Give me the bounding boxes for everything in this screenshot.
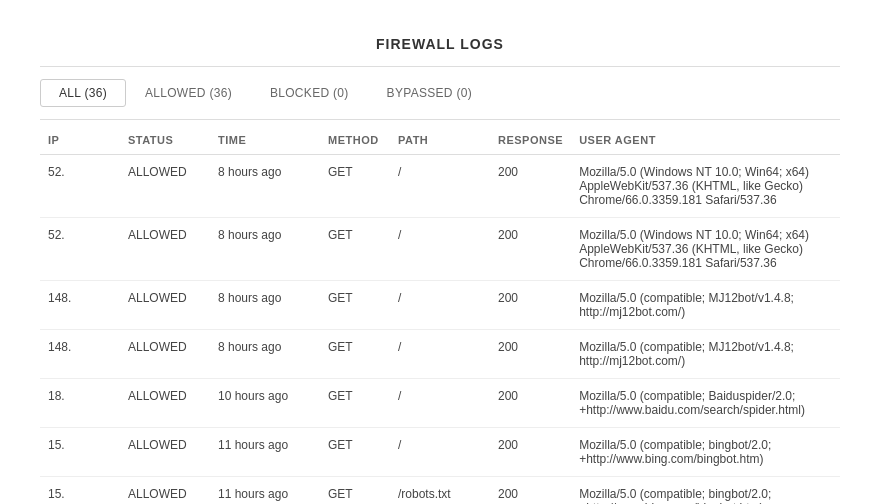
table-row: 52.ALLOWED8 hours agoGET/200Mozilla/5.0 … bbox=[40, 155, 840, 218]
col-header-status: STATUS bbox=[120, 124, 210, 155]
cell-time: 11 hours ago bbox=[210, 477, 320, 505]
cell-ip: 52. bbox=[40, 155, 120, 218]
cell-response: 200 bbox=[490, 218, 571, 281]
cell-status: ALLOWED bbox=[120, 155, 210, 218]
cell-status: ALLOWED bbox=[120, 428, 210, 477]
tabs-row: ALL (36) ALLOWED (36) BLOCKED (0) BYPASS… bbox=[40, 67, 840, 120]
firewall-logs-table: IP STATUS TIME METHOD PATH RESPONSE USER… bbox=[40, 124, 840, 504]
cell-path: / bbox=[390, 428, 490, 477]
cell-ip: 52. bbox=[40, 218, 120, 281]
table-row: 52.ALLOWED8 hours agoGET/200Mozilla/5.0 … bbox=[40, 218, 840, 281]
cell-path: / bbox=[390, 155, 490, 218]
cell-useragent: Mozilla/5.0 (Windows NT 10.0; Win64; x64… bbox=[571, 155, 840, 218]
col-header-time: TIME bbox=[210, 124, 320, 155]
table-row: 15.ALLOWED11 hours agoGET/robots.txt200M… bbox=[40, 477, 840, 505]
cell-status: ALLOWED bbox=[120, 477, 210, 505]
col-header-ip: IP bbox=[40, 124, 120, 155]
table-row: 15.ALLOWED11 hours agoGET/200Mozilla/5.0… bbox=[40, 428, 840, 477]
table-row: 18.ALLOWED10 hours agoGET/200Mozilla/5.0… bbox=[40, 379, 840, 428]
cell-time: 10 hours ago bbox=[210, 379, 320, 428]
col-header-path: PATH bbox=[390, 124, 490, 155]
cell-method: GET bbox=[320, 281, 390, 330]
cell-ip: 148. bbox=[40, 330, 120, 379]
cell-useragent: Mozilla/5.0 (compatible; MJ12bot/v1.4.8;… bbox=[571, 330, 840, 379]
cell-useragent: Mozilla/5.0 (compatible; MJ12bot/v1.4.8;… bbox=[571, 281, 840, 330]
cell-path: / bbox=[390, 218, 490, 281]
cell-response: 200 bbox=[490, 330, 571, 379]
cell-path: / bbox=[390, 281, 490, 330]
cell-useragent: Mozilla/5.0 (compatible; bingbot/2.0; +h… bbox=[571, 428, 840, 477]
cell-method: GET bbox=[320, 218, 390, 281]
tab-bypassed[interactable]: BYPASSED (0) bbox=[368, 79, 491, 107]
cell-useragent: Mozilla/5.0 (compatible; bingbot/2.0; +h… bbox=[571, 477, 840, 505]
table-header: IP STATUS TIME METHOD PATH RESPONSE USER… bbox=[40, 124, 840, 155]
col-header-useragent: USER AGENT bbox=[571, 124, 840, 155]
cell-useragent: Mozilla/5.0 (compatible; Baiduspider/2.0… bbox=[571, 379, 840, 428]
tab-allowed[interactable]: ALLOWED (36) bbox=[126, 79, 251, 107]
cell-response: 200 bbox=[490, 428, 571, 477]
cell-response: 200 bbox=[490, 477, 571, 505]
cell-ip: 15. bbox=[40, 428, 120, 477]
cell-path: / bbox=[390, 379, 490, 428]
cell-method: GET bbox=[320, 379, 390, 428]
tab-all[interactable]: ALL (36) bbox=[40, 79, 126, 107]
cell-status: ALLOWED bbox=[120, 218, 210, 281]
cell-response: 200 bbox=[490, 281, 571, 330]
cell-status: ALLOWED bbox=[120, 281, 210, 330]
cell-response: 200 bbox=[490, 379, 571, 428]
cell-response: 200 bbox=[490, 155, 571, 218]
col-header-method: METHOD bbox=[320, 124, 390, 155]
cell-method: GET bbox=[320, 155, 390, 218]
cell-status: ALLOWED bbox=[120, 379, 210, 428]
cell-useragent: Mozilla/5.0 (Windows NT 10.0; Win64; x64… bbox=[571, 218, 840, 281]
tab-blocked[interactable]: BLOCKED (0) bbox=[251, 79, 368, 107]
cell-ip: 15. bbox=[40, 477, 120, 505]
cell-time: 8 hours ago bbox=[210, 218, 320, 281]
cell-ip: 148. bbox=[40, 281, 120, 330]
header-row: IP STATUS TIME METHOD PATH RESPONSE USER… bbox=[40, 124, 840, 155]
cell-path: /robots.txt bbox=[390, 477, 490, 505]
cell-time: 8 hours ago bbox=[210, 155, 320, 218]
cell-method: GET bbox=[320, 330, 390, 379]
cell-time: 11 hours ago bbox=[210, 428, 320, 477]
table-row: 148.ALLOWED8 hours agoGET/200Mozilla/5.0… bbox=[40, 330, 840, 379]
table-body: 52.ALLOWED8 hours agoGET/200Mozilla/5.0 … bbox=[40, 155, 840, 505]
cell-status: ALLOWED bbox=[120, 330, 210, 379]
table-row: 148.ALLOWED8 hours agoGET/200Mozilla/5.0… bbox=[40, 281, 840, 330]
cell-method: GET bbox=[320, 428, 390, 477]
col-header-response: RESPONSE bbox=[490, 124, 571, 155]
cell-ip: 18. bbox=[40, 379, 120, 428]
cell-time: 8 hours ago bbox=[210, 281, 320, 330]
page-title: FIREWALL LOGS bbox=[40, 20, 840, 67]
cell-time: 8 hours ago bbox=[210, 330, 320, 379]
cell-method: GET bbox=[320, 477, 390, 505]
cell-path: / bbox=[390, 330, 490, 379]
page-container: FIREWALL LOGS ALL (36) ALLOWED (36) BLOC… bbox=[0, 0, 880, 504]
